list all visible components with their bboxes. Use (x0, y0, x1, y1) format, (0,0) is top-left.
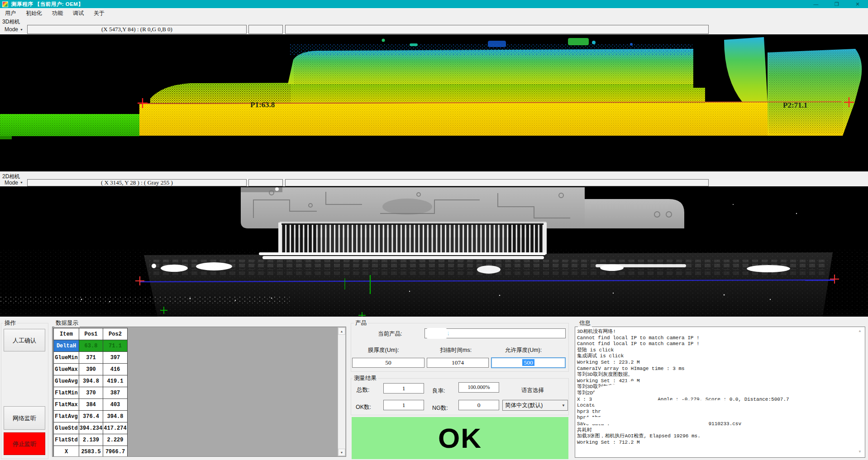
info-group-title: 信息 (578, 319, 592, 327)
table-row[interactable]: GlueMax 390 416 (54, 364, 128, 375)
item-cell[interactable]: GlueAvg (54, 375, 79, 387)
pos2-cell[interactable]: 397 (103, 352, 128, 364)
allow-thickness-input[interactable]: 500 (491, 357, 566, 368)
item-cell[interactable]: GlueMax (54, 364, 79, 375)
3d-heatmap-image[interactable]: P1:63.8 P2:71.1 (0, 34, 868, 171)
log-line: Cannot find local IP to match camera IP … (577, 341, 863, 347)
pos2-cell[interactable]: 416 (103, 364, 128, 375)
table-row[interactable]: FlatMin 370 387 (54, 387, 128, 399)
maximize-button[interactable]: ❐ (826, 0, 847, 8)
redaction-smudge (584, 417, 638, 424)
item-cell[interactable]: FlatMin (54, 387, 79, 399)
film-thickness-input[interactable] (352, 358, 424, 368)
pos1-cell[interactable]: 390 (79, 364, 103, 375)
film-thickness-label: 膜厚度(Um): (368, 346, 399, 354)
close-button[interactable]: ✕ (847, 0, 868, 8)
table-header-row: Item Pos1 Pos2 (54, 328, 128, 340)
camera2d-pixel-status: ( X 3145, Y 28 ) : ( Gray 255 ) (27, 179, 247, 186)
table-row[interactable]: FlatMax 384 403 (54, 399, 128, 411)
camera3d-status-box2 (248, 25, 283, 34)
scroll-up-arrow[interactable]: ▲ (338, 327, 345, 335)
menu-bar: 用户 初始化 功能 调试 关于 (0, 8, 868, 17)
pos1-cell[interactable]: 384 (79, 399, 103, 411)
total-field[interactable]: 1 (383, 383, 424, 394)
pos2-cell[interactable]: 2.229 (103, 434, 128, 446)
ng-count-field[interactable]: 0 (458, 400, 499, 410)
camera3d-status-box3 (285, 25, 709, 34)
minimize-button[interactable]: — (806, 0, 826, 8)
pos1-cell[interactable]: 2.139 (79, 434, 103, 446)
camera3d-mode-bar: Mode ▼ (X 5473,Y 84) : (R 0,G 0,B 0) (0, 24, 868, 34)
scan-time-label: 扫描时间ms: (440, 346, 472, 354)
network-listen-button[interactable]: 网络监听 (4, 406, 45, 430)
item-cell[interactable]: FlatStd (54, 434, 79, 446)
pos2-cell[interactable]: 387 (103, 387, 128, 399)
pos1-cell[interactable]: 371 (79, 352, 103, 364)
item-cell[interactable]: X (54, 446, 79, 457)
mode-label: Mode (5, 180, 18, 186)
table-row[interactable]: DeltaH 63.8 71.1 (54, 340, 128, 352)
p1-annotation: P1:63.8 (250, 100, 275, 109)
info-scroll-down-icon[interactable]: ▼ (858, 450, 862, 454)
pos1-cell[interactable]: 63.8 (79, 340, 103, 352)
pos1-cell[interactable]: 394.234 (79, 422, 103, 434)
stop-listen-button[interactable]: 停止监听 (4, 432, 45, 455)
log-line: 共耗时 (577, 427, 863, 434)
status-result-box: OK (352, 417, 568, 459)
ng-count-label: NG数: (432, 404, 448, 412)
pos1-cell[interactable]: 2583.5 (79, 446, 103, 457)
language-select[interactable]: 简体中文(默认) ▼ (502, 400, 568, 411)
table-row[interactable]: GlueAvg 394.8 419.1 (54, 375, 128, 387)
2d-camera-image[interactable] (0, 186, 868, 317)
item-cell[interactable]: GlueStd (54, 422, 79, 434)
info-scroll-up-icon[interactable]: ▲ (858, 329, 862, 333)
item-cell[interactable]: DeltaH (54, 340, 79, 352)
pos1-cell[interactable]: 370 (79, 387, 103, 399)
table-row[interactable]: FlatStd 2.139 2.229 (54, 434, 128, 446)
column-header[interactable]: Pos1 (79, 328, 103, 340)
column-header[interactable]: Item (54, 328, 79, 340)
yield-field[interactable]: 100.000% (458, 382, 499, 393)
camera3d-pixel-status: (X 5473,Y 84) : (R 0,G 0,B 0) (27, 25, 247, 34)
menu-debug[interactable]: 调试 (68, 9, 89, 18)
log-line: 登陆 is click (577, 347, 863, 354)
pos2-cell[interactable]: 71.1 (103, 340, 128, 352)
scan-time-input[interactable] (427, 358, 489, 368)
camera3d-mode-dropdown[interactable]: Mode ▼ (2, 26, 26, 33)
menu-about[interactable]: 关于 (89, 9, 110, 18)
column-header[interactable]: Pos2 (103, 328, 128, 340)
current-product-label: 当前产品: (378, 330, 402, 338)
item-cell[interactable]: GlueMin (54, 352, 79, 364)
chevron-down-icon: ▼ (20, 181, 23, 184)
item-cell[interactable]: FlatMax (54, 399, 79, 411)
total-label: 总数: (357, 386, 369, 394)
table-row[interactable]: GlueStd 394.234 417.274 (54, 422, 128, 434)
camera2d-mode-bar: Mode ▼ ( X 3145, Y 28 ) : ( Gray 255 ) (0, 179, 868, 186)
menu-user[interactable]: 用户 (0, 9, 21, 18)
results-group-title: 测量结果 (353, 375, 378, 382)
camera2d-status-box2 (248, 179, 283, 186)
table-row[interactable]: FlatAvg 376.4 394.8 (54, 411, 128, 422)
chevron-down-icon: ▼ (20, 28, 23, 31)
table-scrollbar[interactable]: ▲ ▼ (338, 327, 346, 456)
manual-confirm-button[interactable]: 人工确认 (4, 329, 45, 351)
allow-thickness-value: 500 (522, 359, 534, 366)
pos1-cell[interactable]: 376.4 (79, 411, 103, 422)
pos1-cell[interactable]: 394.8 (79, 375, 103, 387)
log-line: 加载3张图，相机执行AOI检查, Elapsed 19296 ms. (577, 433, 863, 440)
ok-count-field[interactable]: 1 (383, 400, 424, 410)
pos2-cell[interactable]: 403 (103, 399, 128, 411)
pos2-cell[interactable]: 419.1 (103, 375, 128, 387)
menu-function[interactable]: 功能 (47, 9, 68, 18)
camera2d-mode-dropdown[interactable]: Mode ▼ (2, 179, 26, 186)
table-row[interactable]: X 2583.5 7966.7 (54, 446, 128, 457)
pos2-cell[interactable]: 394.8 (103, 411, 128, 422)
item-cell[interactable]: FlatAvg (54, 411, 79, 422)
p2-annotation: P2:71.1 (783, 101, 807, 109)
log-line: Working Set : 223.2 M (577, 360, 863, 366)
pos2-cell[interactable]: 7966.7 (103, 446, 128, 457)
table-row[interactable]: GlueMin 371 397 (54, 352, 128, 364)
pos2-cell[interactable]: 417.274 (103, 422, 128, 434)
menu-init[interactable]: 初始化 (21, 9, 47, 18)
scroll-down-arrow[interactable]: ▼ (338, 449, 345, 456)
